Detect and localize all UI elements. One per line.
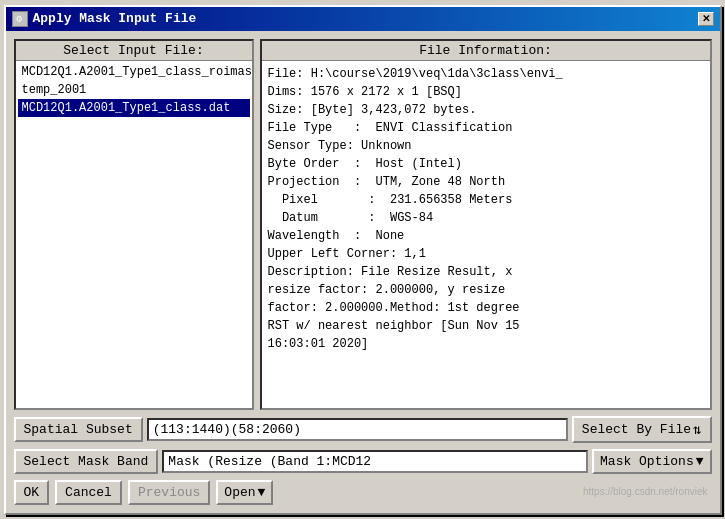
list-item[interactable]: temp_2001 bbox=[18, 81, 250, 99]
previous-button[interactable]: Previous bbox=[128, 480, 210, 505]
open-arrow: ▼ bbox=[258, 485, 266, 500]
watermark: https://blog.csdn.net/ronviek bbox=[583, 486, 712, 499]
close-button[interactable]: ✕ bbox=[698, 12, 714, 26]
file-info-panel: File Information: File: H:\course\2019\v… bbox=[260, 39, 712, 410]
select-mask-band-button[interactable]: Select Mask Band bbox=[14, 449, 159, 474]
spatial-subset-button[interactable]: Spatial Subset bbox=[14, 417, 143, 442]
file-select-panel: Select Input File: MCD12Q1.A2001_Type1_c… bbox=[14, 39, 254, 410]
file-select-header: Select Input File: bbox=[16, 41, 252, 61]
file-info-header: File Information: bbox=[262, 41, 710, 61]
mask-options-button[interactable]: Mask Options ▼ bbox=[592, 449, 711, 474]
sort-icon: ⇅ bbox=[693, 421, 701, 438]
cancel-button[interactable]: Cancel bbox=[55, 480, 122, 505]
bottom-buttons-row: OK Cancel Previous Open ▼ https://blog.c… bbox=[14, 480, 712, 505]
window-title: Apply Mask Input File bbox=[33, 11, 197, 26]
mask-field[interactable]: Mask (Resize (Band 1:MCD12 bbox=[162, 450, 588, 473]
window-body: Select Input File: MCD12Q1.A2001_Type1_c… bbox=[6, 31, 720, 513]
mask-band-row: Select Mask Band Mask (Resize (Band 1:MC… bbox=[14, 449, 712, 474]
mask-options-label: Mask Options bbox=[600, 454, 694, 469]
list-item[interactable]: MCD12Q1.A2001_Type1_class_roimask bbox=[18, 63, 250, 81]
spatial-subset-row: Spatial Subset (113:1440)(58:2060) Selec… bbox=[14, 416, 712, 443]
file-info-text: File: H:\course\2019\veq\1da\3class\envi… bbox=[262, 61, 710, 408]
title-bar-left: ⚙ Apply Mask Input File bbox=[12, 11, 197, 27]
window-icon: ⚙ bbox=[12, 11, 28, 27]
ok-button[interactable]: OK bbox=[14, 480, 50, 505]
top-panels: Select Input File: MCD12Q1.A2001_Type1_c… bbox=[14, 39, 712, 410]
spatial-subset-field[interactable]: (113:1440)(58:2060) bbox=[147, 418, 568, 441]
open-label: Open bbox=[224, 485, 255, 500]
select-by-file-button[interactable]: Select By File ⇅ bbox=[572, 416, 712, 443]
list-item-selected[interactable]: MCD12Q1.A2001_Type1_class.dat bbox=[18, 99, 250, 117]
mask-options-arrow: ▼ bbox=[696, 454, 704, 469]
main-window: ⚙ Apply Mask Input File ✕ Select Input F… bbox=[4, 5, 722, 515]
file-list[interactable]: MCD12Q1.A2001_Type1_class_roimask temp_2… bbox=[16, 61, 252, 408]
select-by-file-label: Select By File bbox=[582, 422, 691, 437]
open-button[interactable]: Open ▼ bbox=[216, 480, 273, 505]
title-bar: ⚙ Apply Mask Input File ✕ bbox=[6, 7, 720, 31]
